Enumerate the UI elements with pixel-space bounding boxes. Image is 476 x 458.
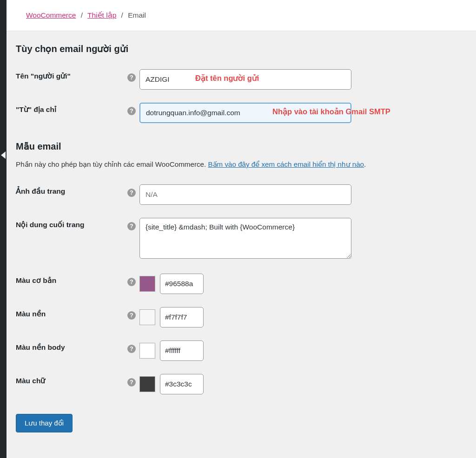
content-wrap: Tùy chọn email người gửi Tên "người gửi"… <box>7 31 476 442</box>
template-heading: Mẫu email <box>16 141 467 152</box>
header-image-input[interactable] <box>139 184 351 205</box>
header-image-label: Ảnh đầu trang <box>16 178 127 211</box>
text-color-input[interactable] <box>160 374 204 394</box>
from-name-input[interactable] <box>139 69 351 90</box>
help-icon[interactable]: ? <box>127 378 136 386</box>
footer-text-input[interactable] <box>139 218 351 259</box>
from-address-input[interactable] <box>139 103 351 123</box>
main-content: WooCommerce / Thiết lập / Email Tùy chọn… <box>7 0 476 458</box>
help-icon[interactable]: ? <box>127 73 136 82</box>
breadcrumb-sep: / <box>121 11 123 19</box>
help-icon[interactable]: ? <box>127 311 136 320</box>
breadcrumb: WooCommerce / Thiết lập / Email <box>7 0 476 31</box>
sidebar-collapse-arrow-icon[interactable] <box>1 151 6 159</box>
bg-color-input[interactable] <box>160 307 204 327</box>
text-color-label: Màu chữ <box>16 367 127 401</box>
base-color-input[interactable] <box>160 274 204 294</box>
base-color-swatch[interactable] <box>139 276 155 292</box>
bg-color-swatch[interactable] <box>139 309 155 325</box>
admin-sidebar <box>0 0 7 458</box>
body-bg-input[interactable] <box>160 340 204 361</box>
footer-text-label: Nội dung cuối trang <box>16 211 127 267</box>
body-bg-swatch[interactable] <box>139 343 155 359</box>
body-bg-label: Màu nền body <box>16 334 127 367</box>
bg-color-label: Màu nền <box>16 301 127 334</box>
breadcrumb-link-settings[interactable]: Thiết lập <box>87 11 116 19</box>
breadcrumb-link-woocommerce[interactable]: WooCommerce <box>26 11 76 19</box>
help-icon[interactable]: ? <box>127 107 136 115</box>
sender-form-table: Tên "người gửi" ? Đặt tên người gửi "Từ"… <box>16 63 467 130</box>
preview-email-link[interactable]: Bấm vào đây để xem cách email hiển thị n… <box>208 160 364 168</box>
base-color-label: Màu cơ bản <box>16 267 127 301</box>
help-icon[interactable]: ? <box>127 278 136 286</box>
from-address-label: "Từ" địa chỉ <box>16 96 127 130</box>
template-description: Phần này cho phép bạn tùy chỉnh các emai… <box>16 160 467 169</box>
breadcrumb-current: Email <box>128 11 146 19</box>
sender-options-heading: Tùy chọn email người gửi <box>16 43 467 54</box>
help-icon[interactable]: ? <box>127 345 136 353</box>
help-icon[interactable]: ? <box>127 189 136 197</box>
template-form-table: Ảnh đầu trang ? Nội dung cuối trang ? Mà… <box>16 178 467 401</box>
from-name-label: Tên "người gửi" <box>16 63 127 96</box>
help-icon[interactable]: ? <box>127 222 136 230</box>
breadcrumb-sep: / <box>81 11 83 19</box>
save-button[interactable]: Lưu thay đổi <box>16 414 73 432</box>
text-color-swatch[interactable] <box>139 376 155 392</box>
